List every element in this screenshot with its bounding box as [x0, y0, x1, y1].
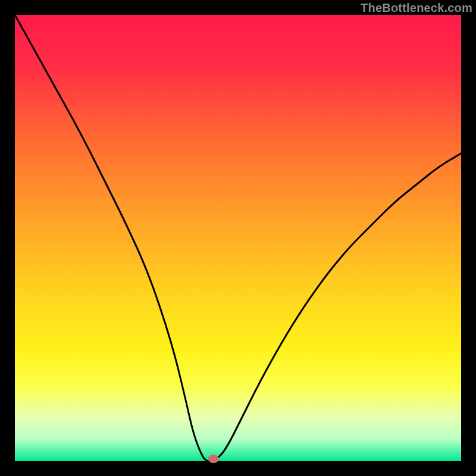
curve-layer: [15, 15, 461, 461]
bottleneck-curve: [15, 15, 461, 461]
optimum-marker: [208, 455, 219, 463]
outer-frame: TheBottleneck.com: [0, 0, 476, 476]
watermark-text: TheBottleneck.com: [361, 1, 472, 15]
